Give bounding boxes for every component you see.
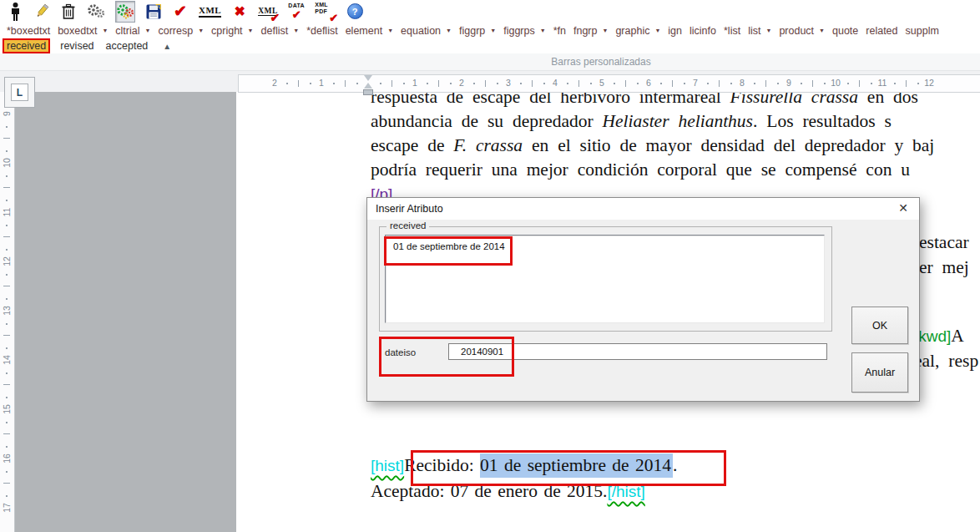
left-indent-marker[interactable]	[363, 89, 373, 95]
xml-icon[interactable]: XML	[199, 2, 221, 22]
element-button-element[interactable]: element▼	[346, 25, 393, 37]
element-button-star-list[interactable]: *list	[724, 25, 740, 37]
element-button-boxedtxt[interactable]: boxedtxt▼	[58, 25, 108, 37]
ruler-number: 13	[2, 304, 12, 317]
pdf-label: PDF	[315, 8, 327, 15]
element-button-licinfo[interactable]: licinfo	[690, 25, 716, 37]
dialog-titlebar[interactable]: Inserir Atributo ✕	[367, 198, 919, 220]
dropdown-arrow-icon[interactable]: ▼	[293, 28, 299, 33]
ruler-tick	[765, 80, 766, 87]
element-button-product[interactable]: product▼	[779, 25, 825, 37]
gears-icon[interactable]	[87, 2, 105, 22]
delete-x-icon[interactable]: ✖	[231, 2, 248, 22]
element-label: *boxedtxt	[7, 25, 50, 37]
xml-label: XML	[315, 2, 328, 8]
ruler-number: 4	[549, 78, 561, 88]
element-button-corresp[interactable]: corresp▼	[158, 25, 204, 37]
help-icon[interactable]: ?	[346, 2, 363, 22]
xml-pdf-check-icon[interactable]: XMLPDF✔	[315, 2, 336, 22]
element-button-supplm[interactable]: supplm	[906, 25, 939, 37]
vertical-ruler[interactable]: 91011121314151617	[0, 92, 15, 532]
ruler-tick	[427, 83, 428, 84]
dropdown-arrow-icon[interactable]: ▼	[145, 28, 151, 33]
element-button-list[interactable]: list▼	[748, 25, 771, 37]
annotation-box-received-value	[384, 236, 513, 266]
ruler-tick	[719, 80, 720, 87]
element-button-deflist[interactable]: deflist▼	[261, 25, 300, 37]
dropdown-arrow-icon[interactable]: ▼	[765, 28, 771, 33]
element-button-cltrial[interactable]: cltrial▼	[115, 25, 150, 37]
element-label: deflist	[261, 25, 289, 37]
ruler-tick	[3, 384, 10, 385]
gears-colored-icon[interactable]	[115, 1, 135, 23]
dropdown-arrow-icon[interactable]: ▼	[387, 28, 393, 33]
ruler-tick	[590, 83, 592, 84]
dropdown-arrow-icon[interactable]: ▼	[654, 28, 660, 33]
dialog-title: Inserir Atributo	[376, 203, 443, 215]
ruler-tick	[6, 323, 8, 325]
dropdown-arrow-icon[interactable]: ▼	[819, 28, 825, 33]
element-button-fngrp[interactable]: fngrp▼	[573, 25, 608, 37]
dropdown-arrow-icon[interactable]: ▼	[490, 28, 496, 33]
xml-check-icon[interactable]: XML✔	[258, 2, 278, 22]
text-segment: ler mej	[914, 257, 969, 277]
tag-button-revised[interactable]: revised	[58, 40, 95, 52]
dropdown-arrow-icon[interactable]: ▼	[540, 28, 546, 33]
dropdown-arrow-icon[interactable]: ▼	[446, 28, 452, 33]
element-button-cpright[interactable]: cpright▼	[211, 25, 253, 37]
element-button-related[interactable]: related	[866, 25, 897, 37]
hanging-indent-marker[interactable]	[364, 83, 372, 89]
validate-check-icon[interactable]: ✔	[172, 2, 189, 22]
paragraph-line: abundancia de su depredador Heliaster he…	[371, 111, 892, 132]
ruler-tick	[345, 80, 346, 87]
element-label: *deflist	[306, 25, 338, 37]
ruler-band: 21123456789101112	[0, 70, 980, 92]
element-button-figgrp[interactable]: figgrp▼	[459, 25, 496, 37]
save-icon[interactable]	[145, 2, 162, 22]
paragraph-line: podría requerir una mejor condición corp…	[371, 160, 910, 180]
ruler-number: 9	[783, 78, 795, 88]
collapse-arrow-icon[interactable]: ▲	[163, 42, 171, 51]
ruler-tick	[438, 80, 439, 87]
text-fragment: [kwd]A	[914, 326, 964, 347]
element-button-ign[interactable]: ign	[668, 25, 682, 37]
tag-button-received[interactable]: received	[3, 38, 50, 53]
element-label: list	[748, 25, 760, 37]
element-button-figgrps[interactable]: figgrps▼	[503, 25, 545, 37]
ruler-tick	[847, 83, 849, 84]
element-button-graphic[interactable]: graphic▼	[615, 25, 660, 37]
text-fragment: eal, resp	[914, 351, 978, 372]
element-button-equation[interactable]: equation▼	[401, 25, 452, 37]
dropdown-arrow-icon[interactable]: ▼	[102, 28, 108, 33]
data-check-icon[interactable]: DATA✔	[288, 2, 305, 22]
ruler-tick	[3, 236, 10, 237]
cancel-button[interactable]: Anular	[851, 352, 908, 393]
ruler-tick	[380, 83, 381, 84]
ok-button[interactable]: OK	[851, 307, 908, 344]
ruler-tick	[6, 150, 8, 152]
element-button-star-boxedtxt[interactable]: *boxedtxt	[7, 25, 50, 37]
close-icon[interactable]: ✕	[898, 201, 908, 215]
groupbox-label: received	[386, 220, 429, 231]
horizontal-ruler[interactable]: 21123456789101112	[238, 74, 980, 93]
element-button-star-fn[interactable]: *fn	[553, 25, 566, 37]
check-glyph: ✔	[292, 9, 301, 20]
dropdown-arrow-icon[interactable]: ▼	[602, 28, 608, 33]
pencil-icon[interactable]	[33, 2, 50, 22]
dropdown-arrow-icon[interactable]: ▼	[248, 28, 254, 33]
first-line-indent-marker[interactable]	[364, 75, 372, 81]
tag-button-accepted[interactable]: accepted	[104, 40, 150, 52]
element-label: *fn	[553, 25, 566, 37]
person-icon[interactable]	[7, 2, 23, 22]
element-label: cltrial	[115, 25, 139, 37]
ruler-number: 16	[2, 452, 12, 465]
trash-icon[interactable]	[60, 2, 77, 22]
element-button-quote[interactable]: quote	[832, 25, 858, 37]
text-segment: F. crassa	[453, 135, 523, 155]
dropdown-arrow-icon[interactable]: ▼	[198, 28, 204, 33]
text-segment: . Los resultados s	[753, 111, 892, 131]
ruler-tick	[707, 83, 709, 84]
tab-selector[interactable]: L	[4, 77, 35, 108]
element-button-star-deflist[interactable]: *deflist	[306, 25, 338, 37]
element-label: equation	[401, 25, 441, 37]
